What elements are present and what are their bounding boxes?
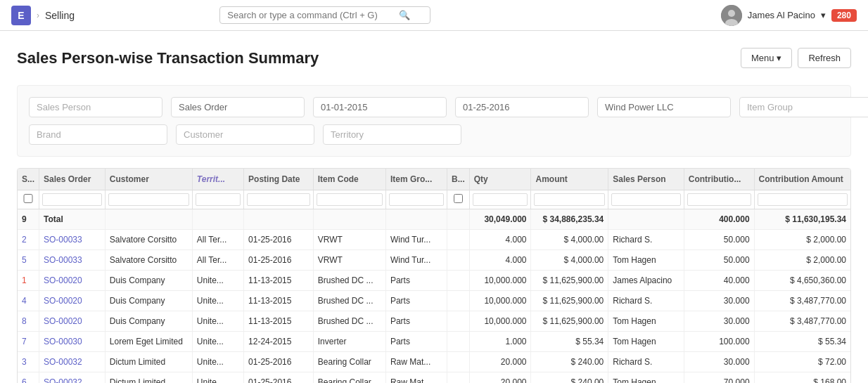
- cell-customer: Duis Company: [105, 291, 192, 311]
- cell-sales-person: Tom Hagen: [608, 250, 684, 271]
- table-row: 6 SO-00032 Dictum Limited Unite... 01-25…: [18, 372, 850, 384]
- menu-button[interactable]: Menu ▾: [741, 48, 793, 68]
- avatar: [721, 5, 742, 26]
- cell-sales-order[interactable]: SO-00020: [39, 271, 106, 291]
- col-contribution: Contributio...: [684, 169, 754, 190]
- cell-s: 7: [18, 332, 39, 352]
- cell-amount: $ 11,625,900.00: [531, 291, 608, 311]
- brand-filter[interactable]: [29, 124, 167, 145]
- col-filter-item-code[interactable]: [317, 193, 383, 206]
- cell-sales-person: Tom Hagen: [608, 372, 684, 384]
- document-type-filter[interactable]: [171, 97, 305, 117]
- col-sales-order: Sales Order: [39, 169, 106, 190]
- cell-posting-date: 01-25-2016: [244, 250, 314, 271]
- col-s: S...: [18, 169, 39, 190]
- cell-s: 8: [18, 311, 39, 332]
- customer-filter[interactable]: [176, 124, 314, 145]
- cell-territory: Unite...: [192, 352, 243, 372]
- cell-amount: $ 4,000.00: [531, 230, 608, 250]
- item-group-filter[interactable]: [739, 97, 868, 117]
- cell-item-code: Brushed DC ...: [313, 311, 385, 332]
- column-filter-row: [18, 190, 850, 209]
- company-filter[interactable]: [597, 97, 731, 117]
- select-all-checkbox[interactable]: [20, 194, 36, 203]
- cell-sales-order[interactable]: SO-00020: [39, 311, 106, 332]
- col-filter-territory[interactable]: [196, 193, 241, 206]
- cell-amount: $ 11,625,900.00: [531, 311, 608, 332]
- cell-posting-date: 11-13-2015: [244, 271, 314, 291]
- cell-sales-order[interactable]: SO-00033: [39, 250, 106, 271]
- col-filter-posting-date[interactable]: [247, 193, 310, 206]
- cell-contribution: 70.000: [684, 372, 754, 384]
- search-input[interactable]: [227, 10, 396, 20]
- cell-item-group: Wind Tur...: [385, 230, 447, 250]
- cell-customer: Dictum Limited: [105, 372, 192, 384]
- table-header-row: S... Sales Order Customer Territ... Post…: [18, 169, 850, 190]
- total-amount: $ 34,886,235.34: [531, 209, 608, 230]
- cell-customer: Dictum Limited: [105, 352, 192, 372]
- cell-b: [447, 332, 470, 352]
- cell-s: 5: [18, 250, 39, 271]
- col-filter-contribution[interactable]: [687, 193, 751, 206]
- cell-amount: $ 240.00: [531, 352, 608, 372]
- cell-contribution: 40.000: [684, 271, 754, 291]
- col-qty: Qty: [469, 169, 531, 190]
- page-actions: Menu ▾ Refresh: [741, 48, 851, 68]
- cell-contribution: 30.000: [684, 311, 754, 332]
- cell-customer: Salvatore Corsitto: [105, 250, 192, 271]
- col-amount: Amount: [531, 169, 608, 190]
- cell-sales-order[interactable]: SO-00020: [39, 291, 106, 311]
- from-date-filter[interactable]: [313, 97, 447, 117]
- user-menu[interactable]: James Al Pacino ▾ 280: [721, 5, 857, 26]
- cell-contribution: 50.000: [684, 250, 754, 271]
- user-dropdown-icon[interactable]: ▾: [821, 10, 826, 20]
- col-filter-contribution-amount[interactable]: [758, 193, 848, 206]
- cell-item-group: Wind Tur...: [385, 250, 447, 271]
- cell-b: [447, 311, 470, 332]
- cell-item-group: Raw Mat...: [385, 372, 447, 384]
- cell-sales-order[interactable]: SO-00032: [39, 372, 106, 384]
- cell-customer: Duis Company: [105, 311, 192, 332]
- refresh-button[interactable]: Refresh: [798, 48, 851, 68]
- cell-amount: $ 240.00: [531, 372, 608, 384]
- sales-person-filter[interactable]: [29, 97, 162, 117]
- cell-amount: $ 4,000.00: [531, 250, 608, 271]
- to-date-filter[interactable]: [455, 97, 589, 117]
- total-contribution: 400.000: [684, 209, 754, 230]
- search-bar[interactable]: 🔍: [219, 6, 430, 24]
- col-filter-item-group[interactable]: [389, 193, 444, 206]
- cell-s: 2: [18, 230, 39, 250]
- cell-s: 4: [18, 291, 39, 311]
- notification-badge[interactable]: 280: [831, 9, 857, 22]
- col-filter-qty[interactable]: [473, 193, 528, 206]
- cell-s: 6: [18, 372, 39, 384]
- col-item-group: Item Gro...: [385, 169, 447, 190]
- table-row: 3 SO-00032 Dictum Limited Unite... 01-25…: [18, 352, 850, 372]
- col-filter-b-checkbox[interactable]: [450, 194, 466, 203]
- cell-item-group: Parts: [385, 332, 447, 352]
- cell-sales-order[interactable]: SO-00030: [39, 332, 106, 352]
- search-icon: 🔍: [399, 10, 410, 20]
- cell-sales-order[interactable]: SO-00032: [39, 352, 106, 372]
- territory-filter[interactable]: [323, 124, 461, 145]
- cell-contribution-amount: $ 55.34: [754, 332, 850, 352]
- username[interactable]: James Al Pacino: [748, 10, 815, 20]
- cell-territory: Unite...: [192, 332, 243, 352]
- col-filter-customer[interactable]: [108, 193, 189, 206]
- col-filter-sales-order[interactable]: [42, 193, 102, 206]
- app-logo: E: [11, 6, 31, 25]
- cell-territory: Unite...: [192, 271, 243, 291]
- filter-row-2: [29, 124, 839, 145]
- cell-sales-order[interactable]: SO-00033: [39, 230, 106, 250]
- cell-sales-person: James Alpacino: [608, 271, 684, 291]
- cell-contribution-amount: $ 4,650,360.00: [754, 271, 850, 291]
- cell-item-code: Bearing Collar: [313, 352, 385, 372]
- col-item-code: Item Code: [313, 169, 385, 190]
- cell-contribution: 30.000: [684, 352, 754, 372]
- cell-qty: 1.000: [469, 332, 531, 352]
- table-row: 8 SO-00020 Duis Company Unite... 11-13-2…: [18, 311, 850, 332]
- cell-territory: All Ter...: [192, 250, 243, 271]
- col-filter-amount[interactable]: [534, 193, 605, 206]
- col-filter-sales-person[interactable]: [611, 193, 681, 206]
- total-row: 9 Total 30,049.000 $ 34,886,235.34 400.0…: [18, 209, 850, 230]
